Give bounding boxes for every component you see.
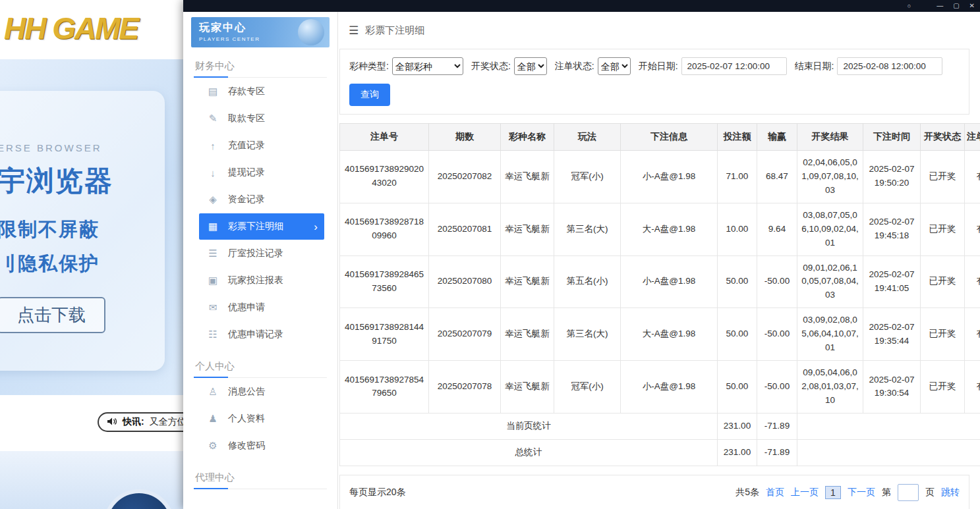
cell-draw-result: 03,09,02,08,05,06,04,10,07,01 — [797, 308, 863, 361]
promo-banner: ERSE BROWSER 宇浏览器 限制不屏蔽 刂隐私保护 点击下载 — [0, 59, 183, 395]
download-button[interactable]: 点击下载 — [0, 297, 105, 333]
total-summary-winloss: -71.89 — [757, 439, 797, 466]
sidebar-item-profile[interactable]: ♟个人资料 — [199, 406, 324, 432]
per-page-label: 每页显示20条 — [349, 487, 406, 498]
search-button[interactable]: 查询 — [349, 84, 390, 106]
cell-win-loss: 68.47 — [757, 151, 797, 203]
first-page-link[interactable]: 首页 — [766, 487, 784, 498]
column-header: 彩种名称 — [501, 124, 554, 151]
close-icon[interactable]: ✕ — [969, 0, 975, 12]
column-header: 下注时间 — [863, 124, 921, 151]
end-date-input[interactable] — [837, 57, 942, 75]
column-header: 玩法 — [554, 124, 621, 151]
cell-draw-result: 09,01,02,06,10,05,07,08,04,03 — [797, 255, 863, 308]
cell-bet-amount: 50.00 — [718, 361, 757, 414]
lottery-type-select[interactable]: 全部彩种 — [392, 57, 463, 75]
page-summary-winloss: -71.89 — [757, 413, 797, 439]
sidebar: 玩家中心 PLAYERS CENTER 财务中心▤存款专区✎取款专区↑充值记录↓… — [183, 12, 338, 509]
sidebar-item-label: 修改密码 — [228, 440, 265, 452]
sidebar-section-title: 财务中心 — [194, 54, 327, 78]
draw-status-select[interactable]: 全部 — [514, 57, 547, 75]
column-header: 开奖状态 — [921, 124, 965, 151]
promo-card: ERSE BROWSER 宇浏览器 限制不屏蔽 刂隐私保护 点击下载 — [0, 91, 165, 371]
end-date-label: 结束日期: — [795, 61, 834, 72]
sidebar-item-label: 厅室投注记录 — [228, 248, 283, 259]
sidebar-item-change-password[interactable]: ⚙修改密码 — [199, 433, 324, 459]
current-page[interactable]: 1 — [825, 486, 841, 499]
menu-toggle-icon[interactable]: ☰ — [349, 24, 359, 38]
cell-bet-info: 小-A盘@1.98 — [621, 361, 718, 414]
window-status-icon[interactable]: ○ — [908, 0, 911, 12]
total-summary-empty — [797, 439, 980, 466]
sidebar-item-player-bet-report[interactable]: ▣玩家投注报表 — [199, 267, 324, 294]
cell-draw-status: 已开奖 — [921, 203, 965, 255]
sidebar-item-recharge-records[interactable]: ↑充值记录 — [199, 132, 324, 159]
cell-period: 20250207079 — [429, 308, 501, 361]
sidebar-item-deposit-zone[interactable]: ▤存款专区 — [199, 78, 324, 105]
sidebar-item-lottery-bet-details[interactable]: ▦彩票下注明细› — [199, 213, 324, 240]
order-status-select[interactable]: 全部 — [598, 57, 631, 75]
prev-page-link[interactable]: 上一页 — [791, 487, 819, 498]
cell-order-status: 有效 — [965, 151, 980, 203]
minimize-icon[interactable]: — — [937, 0, 943, 12]
content-header: ☰ 彩票下注明细 — [339, 12, 969, 49]
chevron-right-icon: › — [314, 221, 318, 232]
sidebar-title: 玩家中心 — [199, 21, 322, 35]
players-center-window: ○ — ▢ ✕ 玩家中心 PLAYERS CENTER 财务中心▤存款专区✎取款… — [183, 0, 980, 509]
page-summary-empty — [797, 413, 980, 439]
sidebar-item-label: 优惠申请记录 — [228, 329, 283, 340]
cell-draw-status: 已开奖 — [921, 308, 965, 361]
main-content: ☰ 彩票下注明细 彩种类型: 全部彩种 开奖状态: 全部 注单状态: 全部 开始… — [338, 12, 980, 509]
sidebar-item-label: 资金记录 — [228, 194, 265, 205]
sidebar-item-promo-application[interactable]: ✉优惠申请 — [199, 294, 324, 321]
cell-bet-amount: 50.00 — [718, 308, 757, 361]
cell-order-no: 401569173892902043020 — [340, 151, 429, 203]
sidebar-item-label: 存款专区 — [228, 86, 265, 97]
start-date-input[interactable] — [681, 57, 787, 75]
sidebar-item-funds-records[interactable]: ◈资金记录 — [199, 186, 324, 213]
jump-prefix-label: 第 — [882, 487, 891, 498]
cell-draw-result: 03,08,07,05,06,10,09,02,04,01 — [797, 203, 863, 255]
cell-draw-result: 02,04,06,05,01,09,07,08,10,03 — [797, 151, 863, 203]
sidebar-item-cashout-records[interactable]: ↓提现记录 — [199, 159, 324, 186]
sidebar-item-announcements[interactable]: ♙消息公告 — [199, 379, 324, 405]
sidebar-subtitle: PLAYERS CENTER — [199, 36, 322, 42]
sidebar-item-label: 取款专区 — [228, 113, 265, 124]
cell-order-no: 401569173892785479650 — [340, 361, 429, 414]
table-body: 40156917389290204302020250207082幸运飞艇新冠军(… — [340, 151, 980, 414]
change-password-icon: ⚙ — [207, 440, 219, 452]
jump-link[interactable]: 跳转 — [941, 487, 960, 498]
cell-win-loss: -50.00 — [757, 255, 797, 308]
promo-application-records-icon: ☷ — [207, 329, 219, 340]
sidebar-item-hall-bet-records[interactable]: ☰厅室投注记录 — [199, 240, 324, 267]
sidebar-item-withdraw-zone[interactable]: ✎取款专区 — [199, 105, 324, 132]
background-page: HH GAME ERSE BROWSER 宇浏览器 限制不屏蔽 刂隐私保护 点击… — [0, 0, 183, 509]
maximize-icon[interactable]: ▢ — [953, 0, 959, 12]
total-summary-label: 总统计 — [340, 439, 718, 466]
sidebar-item-promo-application-records[interactable]: ☷优惠申请记录 — [199, 321, 324, 348]
site-logo: HH GAME — [4, 11, 138, 46]
cell-period: 20250207080 — [429, 255, 501, 308]
cell-bet-time: 2025-02-07 19:50:20 — [863, 151, 921, 203]
cell-lottery-name: 幸运飞艇新 — [501, 203, 554, 255]
cell-play-type: 冠军(小) — [554, 151, 621, 203]
sidebar-item-label: 提现记录 — [228, 167, 265, 178]
sidebar-item-label: 充值记录 — [228, 140, 265, 151]
cell-bet-time: 2025-02-07 19:30:54 — [863, 361, 921, 414]
next-page-link[interactable]: 下一页 — [848, 487, 875, 498]
table-header-row: 注单号期数彩种名称玩法下注信息投注额输赢开奖结果下注时间开奖状态注单状态 — [340, 124, 980, 151]
page-jump-input[interactable] — [898, 484, 919, 501]
cell-play-type: 第五名(小) — [554, 255, 621, 308]
cell-play-type: 第三名(大) — [554, 308, 621, 361]
cell-draw-status: 已开奖 — [921, 361, 965, 414]
table-row: 40156917389281449175020250207079幸运飞艇新第三名… — [340, 308, 980, 361]
recharge-records-icon: ↑ — [207, 140, 219, 151]
cell-bet-amount: 71.00 — [718, 151, 757, 203]
cell-draw-result: 09,05,04,06,02,08,01,03,07,10 — [797, 361, 863, 414]
footer-logo-badge — [103, 489, 175, 509]
table-row: 40156917389284657356020250207080幸运飞艇新第五名… — [340, 255, 980, 308]
lottery-type-label: 彩种类型: — [349, 61, 389, 72]
total-summary-row: 总统计 231.00 -71.89 — [340, 439, 980, 466]
ticker-strip: 快讯: 又全方位 — [0, 395, 183, 451]
cell-bet-amount: 50.00 — [718, 255, 757, 308]
